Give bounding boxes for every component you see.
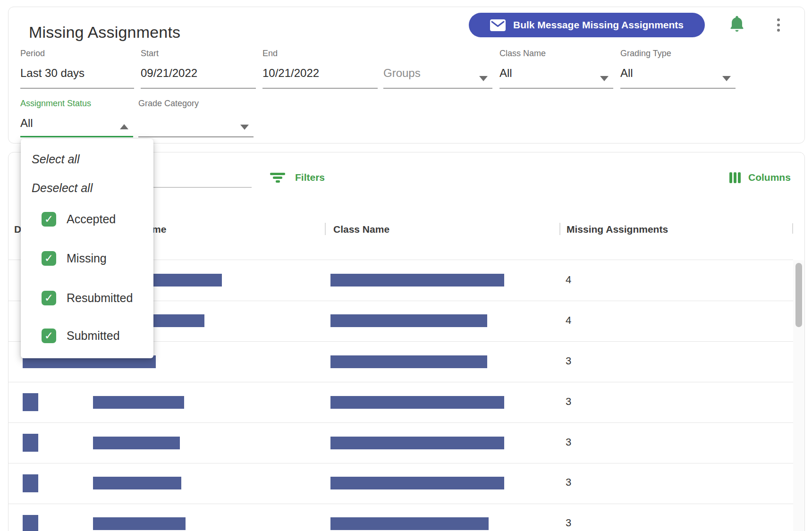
grading-type-value: All xyxy=(620,66,736,81)
row-separator xyxy=(8,463,793,464)
column-divider xyxy=(792,223,793,234)
redacted-class-name xyxy=(330,355,487,368)
bulk-message-button[interactable]: Bulk Message Missing Assignments xyxy=(469,13,705,37)
chevron-down-icon xyxy=(600,76,609,81)
envelope-icon xyxy=(490,19,506,31)
checked-checkbox-icon[interactable] xyxy=(42,329,56,343)
checked-checkbox-icon[interactable] xyxy=(42,251,56,266)
start-date-field[interactable]: Start 09/21/2022 xyxy=(141,47,256,89)
row-separator xyxy=(8,504,793,504)
redacted-student-name xyxy=(93,477,181,489)
status-option-accepted[interactable]: Accepted xyxy=(42,212,116,227)
chevron-down-icon xyxy=(722,76,731,81)
status-option-missing[interactable]: Missing xyxy=(42,251,107,266)
column-header-first-partial[interactable]: D xyxy=(14,224,21,235)
column-divider xyxy=(325,223,326,235)
groups-select[interactable]: Groups xyxy=(383,47,492,89)
redacted-row-checkbox[interactable] xyxy=(23,393,38,411)
redacted-class-name xyxy=(330,274,504,287)
kebab-menu-icon xyxy=(777,18,780,21)
deselect-all-option[interactable]: Deselect all xyxy=(32,181,93,195)
assignment-status-label: Assignment Status xyxy=(20,97,133,110)
redacted-class-name xyxy=(330,396,504,409)
missing-count: 3 xyxy=(566,517,571,530)
select-all-option[interactable]: Select all xyxy=(32,152,79,166)
columns-button[interactable]: Columns xyxy=(729,169,791,186)
columns-icon xyxy=(729,172,741,183)
redacted-row-checkbox[interactable] xyxy=(23,434,38,452)
chevron-up-icon xyxy=(120,124,128,129)
checked-checkbox-icon[interactable] xyxy=(42,212,56,227)
start-label: Start xyxy=(141,47,256,59)
row-separator xyxy=(8,382,793,382)
assignment-status-select[interactable]: Assignment Status All xyxy=(20,97,133,137)
redacted-student-name xyxy=(93,517,186,530)
missing-count: 4 xyxy=(566,274,571,287)
class-name-label: Class Name xyxy=(499,47,613,59)
missing-count: 3 xyxy=(566,396,571,409)
class-name-value: All xyxy=(499,66,613,81)
missing-count: 3 xyxy=(566,355,571,368)
filters-label: Filters xyxy=(295,172,325,183)
scrollbar-thumb[interactable] xyxy=(795,263,802,327)
redacted-student-name xyxy=(93,396,184,409)
filter-icon xyxy=(270,173,286,183)
redacted-class-name xyxy=(330,477,504,489)
start-value: 09/21/2022 xyxy=(141,66,256,81)
column-header-missing-assignments[interactable]: Missing Assignments xyxy=(567,224,668,235)
status-option-submitted[interactable]: Submitted xyxy=(42,329,120,343)
end-value: 10/21/2022 xyxy=(262,66,378,81)
grade-category-select[interactable]: Grade Category xyxy=(138,97,254,137)
notifications-button[interactable] xyxy=(728,14,747,34)
redacted-student-name xyxy=(93,437,180,449)
filters-button[interactable]: Filters xyxy=(270,169,325,186)
class-name-select[interactable]: Class Name All xyxy=(499,47,613,89)
missing-assignments-page: Missing Assignments Bulk Message Missing… xyxy=(0,0,812,531)
redacted-class-name xyxy=(330,517,489,530)
redacted-row-checkbox[interactable] xyxy=(23,474,38,492)
grading-type-label: Grading Type xyxy=(620,47,736,59)
columns-label: Columns xyxy=(748,172,791,183)
missing-count: 4 xyxy=(566,314,571,328)
period-field[interactable]: Period Last 30 days xyxy=(20,47,134,89)
grading-type-select[interactable]: Grading Type All xyxy=(620,47,736,89)
redacted-class-name xyxy=(330,437,504,449)
column-header-name-partial[interactable]: me xyxy=(152,224,166,235)
bell-icon xyxy=(728,15,747,34)
missing-count: 3 xyxy=(566,436,571,449)
chevron-down-icon xyxy=(479,76,488,81)
redacted-class-name xyxy=(330,314,487,327)
status-option-resubmitted[interactable]: Resubmitted xyxy=(42,291,133,305)
page-title: Missing Assignments xyxy=(29,23,180,42)
assignment-status-value: All xyxy=(20,116,133,131)
end-label: End xyxy=(262,47,378,59)
groups-placeholder: Groups xyxy=(383,66,492,81)
chevron-down-icon xyxy=(240,125,249,130)
redacted-row-checkbox[interactable] xyxy=(23,515,38,531)
column-header-class-name[interactable]: Class Name xyxy=(333,224,389,235)
bulk-message-label: Bulk Message Missing Assignments xyxy=(513,19,684,31)
missing-count: 3 xyxy=(566,476,571,489)
period-label: Period xyxy=(20,47,134,59)
checked-checkbox-icon[interactable] xyxy=(42,291,56,305)
row-separator xyxy=(8,422,793,423)
kebab-menu-button[interactable] xyxy=(772,14,785,36)
end-date-field[interactable]: End 10/21/2022 xyxy=(262,47,378,89)
period-value: Last 30 days xyxy=(20,66,134,81)
column-divider xyxy=(559,223,560,235)
assignment-status-dropdown: Select all Deselect all Accepted Missing… xyxy=(21,139,153,358)
grade-category-label: Grade Category xyxy=(138,97,254,110)
